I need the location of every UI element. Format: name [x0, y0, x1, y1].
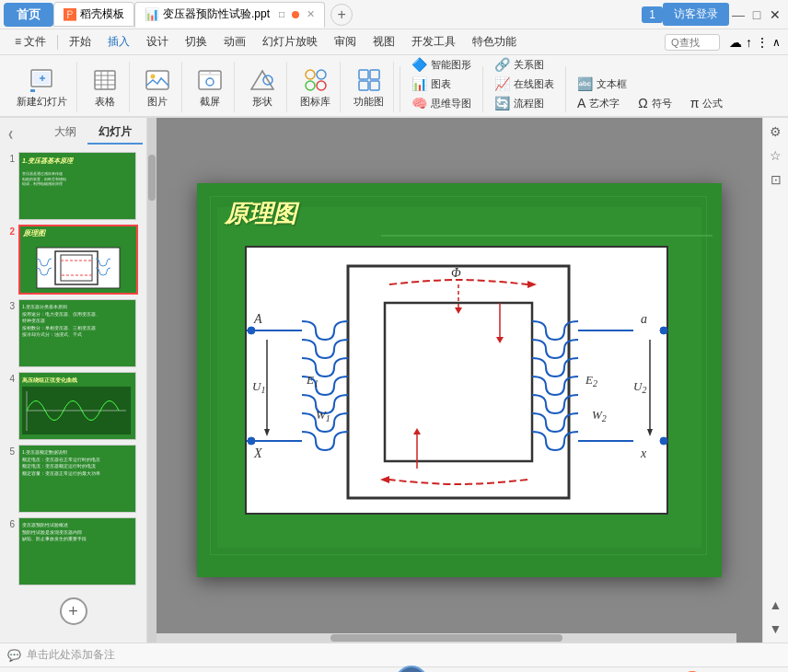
- function-icon: [354, 65, 384, 95]
- menu-design[interactable]: 设计: [139, 32, 176, 52]
- mind-map-button[interactable]: 🧠 思维导图: [406, 94, 477, 112]
- picture-button[interactable]: 图片: [137, 64, 178, 110]
- svg-point-20: [317, 70, 326, 79]
- formula-icon: π: [690, 96, 700, 110]
- minimize-button[interactable]: —: [729, 6, 747, 24]
- search-area: [665, 34, 720, 51]
- slide-thumb-container-5: 5 1.变压器额定数据说明额定电压：变压器在正常运行时的电压额定电流：变压器额定…: [4, 445, 143, 516]
- right-panel-scroll-up[interactable]: ▲: [766, 595, 786, 615]
- svg-point-19: [306, 70, 315, 79]
- menu-switch[interactable]: 切换: [178, 32, 214, 52]
- svg-marker-56: [647, 429, 653, 436]
- slide-thumb-container-1: 1 1.变压器基本原理 变压器是通过感应来传递电能的装置，由铁芯和绕组组成，利用…: [4, 152, 143, 223]
- smart-shape-button[interactable]: 🔷 智能图形: [406, 55, 477, 74]
- slide-thumbnail-5[interactable]: 1.变压器额定数据说明额定电压：变压器在正常运行时的电压额定电流：变压器额定运行…: [18, 445, 136, 513]
- right-panel-btn-2[interactable]: ☆: [766, 145, 786, 166]
- symbol-button[interactable]: Ω 符号: [632, 94, 677, 112]
- svg-rect-26: [370, 81, 379, 90]
- menu-slideshow[interactable]: 幻灯片放映: [255, 32, 325, 52]
- outline-tab[interactable]: 大纲: [43, 122, 87, 145]
- svg-rect-4: [30, 89, 35, 92]
- slide-thumbnail-3[interactable]: 1.变压器分类基本原则按用途分：电力变压器、仪用变压器、特种变压器按相数分：单相…: [18, 299, 136, 367]
- restore-button[interactable]: □: [747, 6, 766, 24]
- slide-thumbnail-4[interactable]: 高压绕组正弦变化曲线: [18, 372, 136, 440]
- svg-text:U2: U2: [633, 379, 646, 395]
- slide-thumbnail-2[interactable]: 原理图: [18, 225, 138, 295]
- share-icon[interactable]: ↑: [746, 35, 752, 50]
- comment-icon: 💬: [7, 649, 21, 662]
- menu-bar: ≡ 文件 开始 插入 设计 切换 动画 幻灯片放映 审阅 视图 开发工具 特色功…: [0, 29, 788, 55]
- relation-button[interactable]: 🔗 关系图: [489, 55, 560, 74]
- collapse-icon[interactable]: ∧: [772, 36, 781, 49]
- formula-button[interactable]: π 公式: [685, 94, 729, 112]
- menu-review[interactable]: 审阅: [327, 32, 364, 52]
- ribbon-group-new-slide: 新建幻灯片: [7, 62, 77, 112]
- svg-text:X: X: [253, 446, 262, 460]
- menu-file[interactable]: ≡ 文件: [7, 32, 53, 52]
- picture-icon: [143, 65, 172, 95]
- menu-start[interactable]: 开始: [62, 32, 98, 52]
- sidebar-tabs: 大纲 幻灯片: [43, 122, 143, 145]
- textbox-button[interactable]: 🔤 文本框: [572, 75, 728, 93]
- art-button[interactable]: A 艺术字: [572, 94, 625, 112]
- svg-point-47: [248, 327, 255, 334]
- svg-marker-17: [251, 71, 273, 89]
- slide-thumb-container-3: 3 1.变压器分类基本原则按用途分：电力变压器、仪用变压器、特种变压器按相数分：…: [4, 299, 143, 370]
- ribbon-group-picture: 图片: [133, 62, 182, 112]
- chart-button[interactable]: 📊 图表: [406, 75, 477, 93]
- symbol-icon: Ω: [638, 96, 647, 110]
- home-tab[interactable]: 首页: [4, 3, 53, 27]
- svg-marker-37: [527, 281, 537, 288]
- slide-thumbnail-1[interactable]: 1.变压器基本原理 变压器是通过感应来传递电能的装置，由铁芯和绕组组成，利用电磁…: [18, 152, 136, 220]
- horizontal-scrollbar[interactable]: [156, 633, 736, 643]
- cloud-icon[interactable]: ☁: [729, 35, 742, 50]
- online-chart-button[interactable]: 📈 在线图表: [489, 75, 560, 93]
- slide-content-area[interactable]: 原理图: [147, 118, 762, 643]
- svg-point-21: [306, 81, 315, 90]
- menu-special[interactable]: 特色功能: [465, 32, 524, 52]
- sidebar-collapse-icon[interactable]: 《: [4, 129, 13, 142]
- new-slide-button[interactable]: 新建幻灯片: [11, 64, 73, 110]
- more-icon[interactable]: ⋮: [756, 35, 769, 50]
- slide-thumb-container-2: 2 原理图: [4, 225, 143, 297]
- vertical-scrollbar[interactable]: [147, 118, 156, 643]
- comment-placeholder[interactable]: 单击此处添加备注: [27, 647, 115, 663]
- template-tab[interactable]: 🅿 稻壳模板: [53, 2, 134, 27]
- ribbon-group-function: 功能图: [344, 62, 394, 112]
- screenshot-button[interactable]: 截屏: [190, 64, 230, 110]
- slides-tab[interactable]: 幻灯片: [87, 122, 143, 145]
- right-panel-btn-3[interactable]: ⊡: [766, 169, 786, 190]
- comment-bar[interactable]: 💬 单击此处添加备注: [0, 643, 788, 666]
- ppt-tab[interactable]: 📊 变压器预防性试验.ppt □ ✕: [134, 2, 325, 28]
- menu-view[interactable]: 视图: [365, 32, 402, 52]
- chart-icon: 📊: [411, 76, 427, 91]
- slide-thumb-container-4: 4 高压绕组正弦变化曲线: [4, 372, 143, 443]
- slide-num-2: 2: [4, 225, 15, 237]
- menu-developer[interactable]: 开发工具: [404, 32, 463, 52]
- svg-point-51: [660, 327, 667, 334]
- flowchart-button[interactable]: 🔄 流程图: [489, 94, 560, 112]
- search-input[interactable]: [665, 34, 720, 51]
- shape-button[interactable]: 形状: [242, 64, 283, 110]
- login-button[interactable]: 访客登录: [663, 3, 729, 26]
- svg-rect-29: [61, 255, 92, 281]
- svg-point-48: [248, 437, 255, 445]
- svg-rect-11: [146, 71, 168, 89]
- close-button[interactable]: ✕: [766, 6, 784, 24]
- svg-marker-54: [264, 429, 270, 436]
- slide-num-3: 3: [4, 299, 15, 311]
- svg-marker-38: [380, 476, 389, 483]
- function-button[interactable]: 功能图: [348, 64, 389, 110]
- new-tab-button[interactable]: +: [330, 4, 353, 26]
- svg-point-52: [660, 437, 667, 445]
- right-panel-btn-1[interactable]: ⚙: [766, 122, 786, 142]
- menu-insert[interactable]: 插入: [100, 32, 137, 52]
- add-slide-button[interactable]: +: [60, 597, 87, 625]
- right-panel-scroll-down[interactable]: ▼: [766, 619, 786, 639]
- ribbon: 新建幻灯片 表格 图片 截屏: [0, 55, 788, 118]
- menu-animation[interactable]: 动画: [216, 32, 253, 52]
- slide-thumbnail-6[interactable]: 变压器预防性试验概述预防性试验是发现变压器内部缺陷、防止事故发生的重要手段: [18, 517, 136, 585]
- table-button[interactable]: 表格: [85, 64, 125, 110]
- slide-title: 原理图: [225, 198, 296, 230]
- icon-lib-button[interactable]: 图标库: [295, 64, 336, 110]
